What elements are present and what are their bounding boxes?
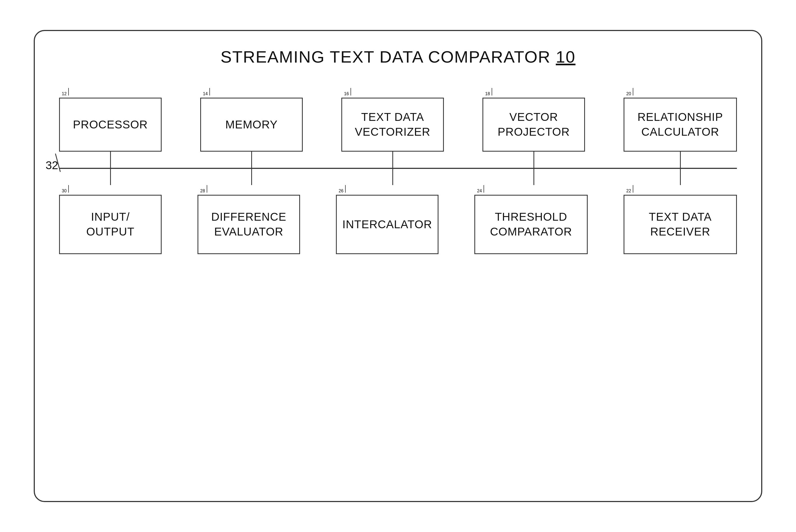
vectorizer-number: 16: [344, 92, 349, 96]
calculator-box: RELATIONSHIP CALCULATOR: [624, 98, 737, 152]
intercalator-number: 26: [339, 189, 343, 193]
difference-evaluator-number: 28: [200, 189, 205, 193]
diagram-container: STREAMING TEXT DATA COMPARATOR 10 12 PRO…: [34, 30, 762, 502]
text-data-receiver-box: TEXT DATA RECEIVER: [624, 195, 737, 254]
title-number: 10: [556, 48, 575, 66]
vectorizer-label: TEXT DATA VECTORIZER: [355, 110, 430, 139]
diagram-title: STREAMING TEXT DATA COMPARATOR 10: [56, 47, 740, 66]
vector-projector-component: 18 VECTOR PROJECTOR: [482, 88, 585, 152]
relationship-calculator-component: 20 RELATIONSHIP CALCULATOR: [624, 88, 737, 152]
memory-number: 14: [203, 92, 208, 96]
bus-label: 32: [45, 159, 58, 172]
projector-label: VECTOR PROJECTOR: [497, 110, 570, 139]
intercalator-component: 26 INTERCALATOR: [336, 185, 438, 254]
title-text: STREAMING TEXT DATA COMPARATOR: [221, 48, 550, 66]
memory-label: MEMORY: [225, 117, 278, 132]
calculator-number: 20: [626, 92, 631, 96]
threshold-comparator-label: THRESHOLD COMPARATOR: [490, 210, 572, 239]
threshold-comparator-box: THRESHOLD COMPARATOR: [474, 195, 588, 254]
text-data-vectorizer-component: 16 TEXT DATA VECTORIZER: [341, 88, 444, 152]
threshold-comparator-number: 24: [477, 189, 482, 193]
intercalator-label: INTERCALATOR: [342, 217, 432, 232]
text-data-receiver-component: 22 TEXT DATA RECEIVER: [624, 185, 737, 254]
processor-number: 12: [62, 92, 67, 96]
input-output-number: 30: [62, 189, 67, 193]
memory-box: MEMORY: [200, 98, 303, 152]
intercalator-box: INTERCALATOR: [336, 195, 438, 254]
input-output-box: INPUT/ OUTPUT: [59, 195, 162, 254]
difference-evaluator-label: DIFFERENCE EVALUATOR: [211, 210, 286, 239]
processor-label: PROCESSOR: [73, 117, 148, 132]
difference-evaluator-component: 28 DIFFERENCE EVALUATOR: [197, 185, 300, 254]
memory-component: 14 MEMORY: [200, 88, 303, 152]
threshold-comparator-component: 24 THRESHOLD COMPARATOR: [474, 185, 588, 254]
page: STREAMING TEXT DATA COMPARATOR 10 12 PRO…: [0, 0, 796, 532]
input-output-label: INPUT/ OUTPUT: [86, 210, 135, 239]
projector-box: VECTOR PROJECTOR: [482, 98, 585, 152]
projector-number: 18: [485, 92, 490, 96]
calculator-label: RELATIONSHIP CALCULATOR: [638, 110, 723, 139]
vectorizer-box: TEXT DATA VECTORIZER: [341, 98, 444, 152]
text-data-receiver-number: 22: [626, 189, 631, 193]
processor-component: 12 PROCESSOR: [59, 88, 162, 152]
difference-evaluator-box: DIFFERENCE EVALUATOR: [197, 195, 300, 254]
input-output-component: 30 INPUT/ OUTPUT: [59, 185, 162, 254]
text-data-receiver-label: TEXT DATA RECEIVER: [649, 210, 712, 239]
processor-box: PROCESSOR: [59, 98, 162, 152]
